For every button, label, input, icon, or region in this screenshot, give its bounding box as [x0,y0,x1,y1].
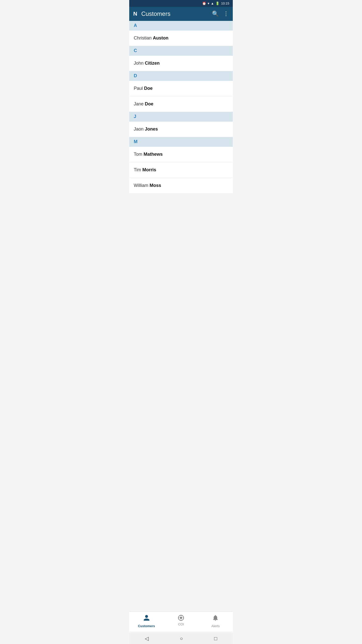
alerts-tab-label: Alerts [211,624,220,628]
list-item[interactable]: Tom Mathews [129,147,233,162]
list-item[interactable]: John Citizen [129,56,233,71]
customer-first-name: Jane [134,101,145,106]
section-header-m: M [129,137,233,147]
customer-last-name: Doe [144,86,153,91]
customers-icon [143,614,150,623]
search-icon[interactable]: 🔍 [212,11,219,17]
customer-first-name: Christian [134,35,153,41]
customer-first-name: William [134,183,150,188]
customer-first-name: Tom [134,152,144,157]
customer-last-name: Morris [142,167,156,172]
system-navigation: ◁ ○ □ [129,633,233,644]
svg-point-1 [180,617,182,619]
header-actions: 🔍 ⋮ [212,11,229,17]
battery-icon: 🔋 [215,2,219,5]
app-header: N Customers 🔍 ⋮ [129,7,233,21]
customer-last-name: Doe [145,101,153,106]
customer-last-name: Citizen [145,61,160,66]
list-item[interactable]: Jane Doe [129,96,233,112]
customer-first-name: Tim [134,167,142,172]
customer-last-name: Moss [150,183,161,188]
list-item[interactable]: Paul Doe [129,81,233,96]
tab-customers[interactable]: Customers [137,614,157,628]
list-item[interactable]: Christian Auston [129,30,233,46]
page-title: Customers [141,10,209,17]
signal-icon: ▲ [211,2,214,5]
coi-icon [177,614,185,621]
home-button[interactable]: ○ [180,636,183,641]
time-display: 10:15 [221,2,229,5]
status-icons: ⏰ ▾ ▲ 🔋 10:15 [202,2,229,5]
tab-coi[interactable]: COI [171,614,191,628]
customer-first-name: John [134,61,145,66]
section-header-d: D [129,71,233,81]
back-button[interactable]: ◁ [145,635,149,641]
list-item[interactable]: Tim Morris [129,162,233,178]
tab-alerts[interactable]: Alerts [205,614,225,628]
list-item[interactable]: Jaon Jones [129,122,233,137]
more-options-icon[interactable]: ⋮ [223,11,229,17]
customer-last-name: Mathews [144,152,163,157]
customer-first-name: Paul [134,86,144,91]
section-header-c: C [129,46,233,56]
customer-list: A Christian Auston C John Citizen D Paul… [129,21,233,193]
wifi-icon: ▾ [208,2,209,5]
coi-tab-label: COI [178,622,184,626]
customer-last-name: Jones [145,127,158,132]
list-item[interactable]: William Moss [129,178,233,193]
bottom-navigation: Customers COI Alerts [129,612,233,631]
app-logo: N [133,11,137,17]
customer-first-name: Jaon [134,127,145,132]
alarm-icon: ⏰ [202,2,206,5]
status-bar: ⏰ ▾ ▲ 🔋 10:15 [129,0,233,7]
customers-tab-label: Customers [138,624,155,628]
section-header-a: A [129,21,233,30]
alerts-icon [212,614,219,623]
section-header-j: J [129,112,233,122]
customer-last-name: Auston [153,35,168,41]
recent-apps-button[interactable]: □ [214,636,217,641]
